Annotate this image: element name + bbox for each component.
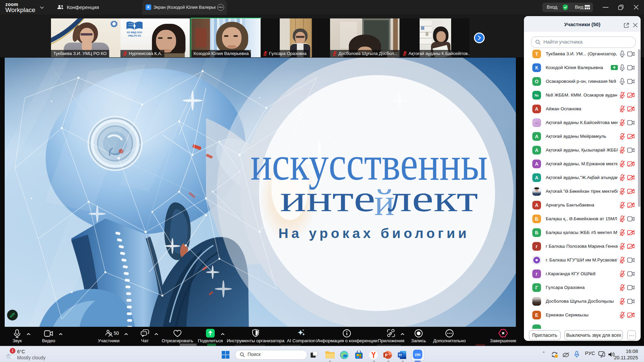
svg-text:zm: zm	[415, 352, 421, 357]
svg-text:КО БВД ООО: КО БВД ООО	[127, 31, 142, 34]
svg-text:инте лект: инте лект	[280, 177, 478, 219]
svg-text:УМЦ РО КО: УМЦ РО КО	[128, 35, 141, 37]
